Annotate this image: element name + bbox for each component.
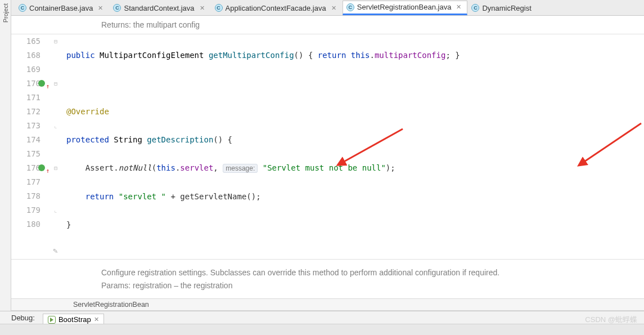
tab-label: StandardContext.java	[124, 4, 194, 12]
line-number[interactable]: 172	[11, 105, 40, 119]
line-number[interactable]: 173	[11, 119, 40, 133]
line-number[interactable]: 174	[11, 133, 40, 147]
line-number[interactable]: 169	[11, 62, 40, 77]
code-area[interactable]: 165 168 169 170 171 172 173 174 175 176 …	[11, 34, 644, 259]
class-icon: C	[215, 4, 223, 12]
tab-label: ServletRegistrationBean.java	[357, 3, 452, 11]
breadcrumb[interactable]: ServletRegistrationBean	[11, 298, 644, 311]
class-icon: C	[113, 4, 121, 12]
close-icon[interactable]: ✕	[456, 3, 461, 11]
fold-column: ⊟ ⊟ ⌞ ⊟ ⌞	[51, 34, 61, 259]
line-number[interactable]: 178	[11, 189, 40, 203]
line-gutter: 165 168 169 170 171 172 173 174 175 176 …	[11, 34, 51, 259]
line-number[interactable]: 179	[11, 203, 40, 217]
tab-label: DynamicRegist	[482, 4, 531, 12]
close-icon[interactable]: ✕	[200, 5, 205, 12]
tab-standardcontext[interactable]: C StandardContext.java ✕	[109, 1, 210, 15]
debug-config-name: BootStrap	[58, 315, 91, 324]
fold-end-icon[interactable]: ⌞	[51, 203, 61, 217]
line-number[interactable]: 176	[11, 161, 40, 175]
class-icon: C	[19, 4, 26, 12]
editor: Returns: the multipart config 165 168 16…	[11, 16, 644, 298]
close-icon[interactable]: ✕	[94, 316, 99, 323]
line-number[interactable]: 175	[11, 147, 40, 161]
fold-icon[interactable]: ⊟	[51, 34, 61, 48]
close-icon[interactable]: ✕	[98, 5, 103, 12]
tab-label: ApplicationContextFacade.java	[226, 4, 326, 12]
code-content[interactable]: public MultipartConfigElement getMultipa…	[61, 34, 644, 259]
override-marker-icon[interactable]: ↑	[38, 164, 45, 171]
tab-servletregistrationbean[interactable]: C ServletRegistrationBean.java ✕	[343, 1, 468, 15]
line-number[interactable]: 168	[11, 48, 40, 62]
line-number[interactable]: 180	[11, 217, 40, 231]
debug-config-tab[interactable]: BootStrap ✕	[43, 314, 104, 325]
tab-label: ContainerBase.java	[29, 4, 93, 12]
debug-toolwindow: Debug: BootStrap ✕	[0, 311, 644, 335]
line-number[interactable]: 171	[11, 91, 40, 105]
run-config-icon	[48, 316, 56, 324]
tab-appcontextfacade[interactable]: C ApplicationContextFacade.java ✕	[211, 1, 343, 15]
debug-label: Debug:	[11, 314, 35, 322]
line-number[interactable]: 170	[11, 77, 40, 91]
watermark: CSDN @蚍蜉蝶	[585, 315, 637, 325]
fold-icon[interactable]: ⊟	[51, 77, 61, 91]
javadoc-params: Params: registration – the registration	[101, 279, 637, 292]
line-number[interactable]: 177	[11, 175, 40, 189]
breadcrumb-item[interactable]: ServletRegistrationBean	[73, 301, 149, 309]
editor-tabs: C ContainerBase.java ✕ C StandardContext…	[11, 0, 644, 16]
fold-icon[interactable]: ⊟	[51, 161, 61, 175]
javadoc-bottom: Configure registration settings. Subclas…	[11, 259, 644, 298]
fold-end-icon[interactable]: ⌞	[51, 119, 61, 133]
pencil-icon[interactable]: ✎	[53, 244, 57, 258]
override-marker-icon[interactable]: ↑	[38, 80, 45, 87]
debug-toolbar[interactable]	[0, 324, 644, 335]
class-icon: C	[471, 4, 479, 12]
project-label: Project	[2, 3, 9, 23]
javadoc-top: Returns: the multipart config	[11, 16, 644, 34]
close-icon[interactable]: ✕	[331, 5, 336, 12]
project-toolwindow-handle[interactable]: Project	[0, 0, 11, 335]
tab-containerbase[interactable]: C ContainerBase.java ✕	[15, 1, 109, 15]
javadoc-text: Configure registration settings. Subclas…	[101, 266, 637, 279]
parameter-hint: message:	[223, 164, 258, 173]
line-number[interactable]: 165	[11, 34, 40, 48]
tab-dynamicregist[interactable]: C DynamicRegist	[467, 1, 537, 15]
class-icon: C	[346, 3, 354, 11]
